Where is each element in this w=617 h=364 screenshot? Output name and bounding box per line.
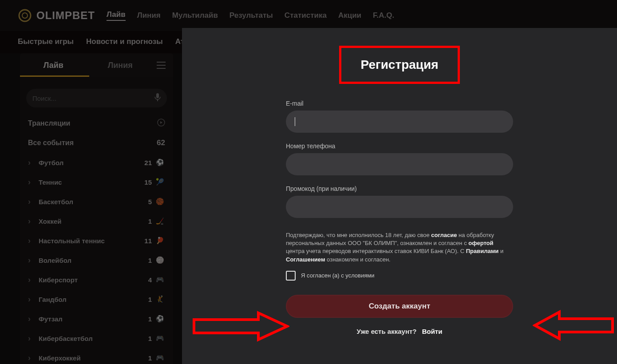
- registration-modal: Регистрация E-mail Номер телефона Промок…: [182, 28, 617, 364]
- agreement-link[interactable]: Соглашением: [286, 256, 325, 263]
- consent-link[interactable]: согласие: [431, 232, 457, 238]
- registration-title-highlight: Регистрация: [339, 46, 460, 84]
- agree-row: Я согласен (а) с условиями: [286, 271, 513, 281]
- legal-text: Подтверждаю, что мне исполнилось 18 лет,…: [286, 231, 513, 264]
- already-label: Уже есть аккаунт?: [357, 328, 417, 335]
- registration-title: Регистрация: [346, 58, 453, 72]
- offer-link[interactable]: офертой: [468, 240, 493, 246]
- email-label: E-mail: [286, 100, 513, 107]
- rules-link[interactable]: Правилами: [466, 248, 499, 254]
- promo-input[interactable]: [286, 196, 513, 218]
- login-link[interactable]: Войти: [422, 328, 443, 335]
- email-input[interactable]: [286, 111, 513, 133]
- already-account-row: Уже есть аккаунт? Войти: [286, 328, 513, 335]
- email-field-wrapper: [286, 111, 513, 142]
- phone-input[interactable]: [286, 153, 513, 175]
- phone-label: Номер телефона: [286, 142, 513, 150]
- agree-checkbox[interactable]: [286, 271, 296, 281]
- agree-label: Я согласен (а) с условиями: [301, 272, 375, 279]
- text-caret-icon: [295, 117, 295, 126]
- create-account-button[interactable]: Создать аккаунт: [286, 295, 513, 318]
- promo-label: Промокод (при наличии): [286, 185, 513, 192]
